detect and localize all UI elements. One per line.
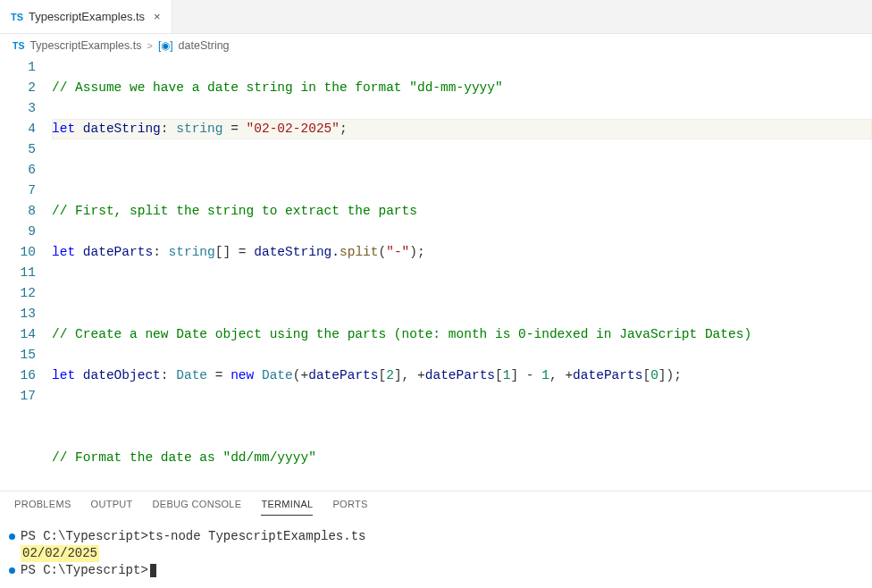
code-token: = (222, 122, 246, 136)
code-token: dateString (75, 122, 161, 136)
tab-bar: TS TypescriptExamples.ts × (0, 0, 872, 34)
line-number-gutter: 1 2 3 4 5 6 7 8 9 10 11 12 13 14 15 16 1… (0, 57, 52, 491)
code-token: : (153, 245, 168, 259)
code-token: "-" (386, 245, 409, 259)
line-number: 1 (0, 57, 36, 78)
code-token: dateString. (254, 245, 340, 259)
code-token (254, 368, 262, 382)
line-number: 17 (0, 386, 36, 407)
tab-ports[interactable]: PORTS (332, 499, 367, 516)
code-token: dateParts (75, 245, 153, 259)
terminal-command: ts-node TypescriptExamples.ts (148, 528, 366, 545)
code-token: (+ (293, 368, 308, 382)
code-token: string (176, 122, 222, 136)
prompt-dot-icon (9, 567, 15, 574)
code-token: , + (549, 368, 573, 382)
breadcrumb: TS TypescriptExamples.ts > [◉] dateStrin… (0, 34, 872, 57)
code-token: // Format the date as "dd/mm/yyyy" (52, 450, 316, 465)
code-token: dateParts (425, 368, 495, 382)
code-token: Date (176, 368, 207, 382)
code-token: let (52, 368, 75, 382)
code-token: ; (340, 122, 348, 136)
code-token: split (340, 245, 379, 259)
code-token: 0 (650, 368, 658, 382)
code-token: // First, split the string to extract th… (52, 204, 417, 218)
tab-output[interactable]: OUTPUT (91, 499, 133, 516)
code-token: dateParts (573, 368, 642, 382)
code-token: 1 (541, 368, 549, 382)
chevron-right-icon: > (147, 40, 152, 51)
code-token: = (207, 368, 231, 382)
code-token: 2 (386, 368, 394, 382)
code-token: [ (642, 368, 650, 382)
line-number: 7 (0, 181, 36, 201)
ts-file-icon: TS (11, 12, 23, 22)
code-token: // Assume we have a date string in the f… (52, 80, 503, 95)
line-number: 5 (0, 139, 36, 160)
terminal-prompt: PS C:\Typescript> (21, 528, 148, 545)
editor-tab[interactable]: TS TypescriptExamples.ts × (0, 0, 172, 33)
code-token: : (161, 368, 176, 382)
code-token: dateObject (75, 368, 161, 382)
code-token: string (169, 245, 215, 259)
code-token: [ (495, 368, 503, 382)
line-number: 9 (0, 222, 36, 242)
code-token: "02-02-2025" (247, 122, 340, 136)
line-number: 11 (0, 263, 36, 283)
symbol-variable-icon: [◉] (158, 39, 173, 52)
tab-filename: TypescriptExamples.ts (29, 10, 145, 23)
line-number: 15 (0, 345, 36, 365)
code-token: [] = (215, 245, 255, 259)
code-token: ], + (394, 368, 425, 382)
tab-problems[interactable]: PROBLEMS (14, 499, 71, 516)
breadcrumb-file[interactable]: TypescriptExamples.ts (29, 39, 141, 52)
terminal-panel[interactable]: PS C:\Typescript> ts-node TypescriptExam… (0, 516, 872, 588)
line-number: 6 (0, 160, 36, 181)
code-token: let (52, 122, 75, 136)
prompt-dot-icon (9, 533, 15, 540)
ts-file-icon: TS (13, 40, 24, 51)
terminal-output-line: 02/02/2025 (9, 545, 863, 562)
line-number: 4 (0, 119, 36, 139)
terminal-prompt: PS C:\Typescript> (21, 562, 148, 579)
tab-debug-console[interactable]: DEBUG CONSOLE (153, 499, 242, 516)
code-token: Date (262, 368, 293, 382)
terminal-output: 02/02/2025 (21, 545, 99, 562)
code-token: ); (409, 245, 424, 259)
code-token: let (52, 245, 75, 259)
line-number: 10 (0, 242, 36, 263)
terminal-line: PS C:\Typescript> (9, 562, 863, 579)
code-token: dateParts (308, 368, 378, 382)
code-token: : (161, 122, 176, 136)
code-token: ]); (658, 368, 682, 382)
code-editor[interactable]: 1 2 3 4 5 6 7 8 9 10 11 12 13 14 15 16 1… (0, 57, 872, 491)
code-content[interactable]: // Assume we have a date string in the f… (52, 57, 872, 491)
breadcrumb-symbol[interactable]: dateString (179, 39, 230, 52)
code-token: ( (379, 245, 387, 259)
line-number: 3 (0, 98, 36, 119)
line-number: 2 (0, 78, 36, 98)
panel-tab-bar: PROBLEMS OUTPUT DEBUG CONSOLE TERMINAL P… (0, 491, 872, 516)
code-token: [ (379, 368, 387, 382)
code-token: ] - (510, 368, 541, 382)
line-number: 12 (0, 283, 36, 304)
terminal-line: PS C:\Typescript> ts-node TypescriptExam… (9, 528, 863, 545)
tab-terminal[interactable]: TERMINAL (261, 499, 313, 516)
line-number: 8 (0, 201, 36, 222)
line-number: 16 (0, 365, 36, 386)
close-icon[interactable]: × (154, 10, 161, 23)
line-number: 13 (0, 304, 36, 324)
code-token: new (231, 368, 254, 382)
cursor-icon (150, 564, 156, 577)
line-number: 14 (0, 324, 36, 345)
code-token: // Create a new Date object using the pa… (52, 327, 751, 341)
